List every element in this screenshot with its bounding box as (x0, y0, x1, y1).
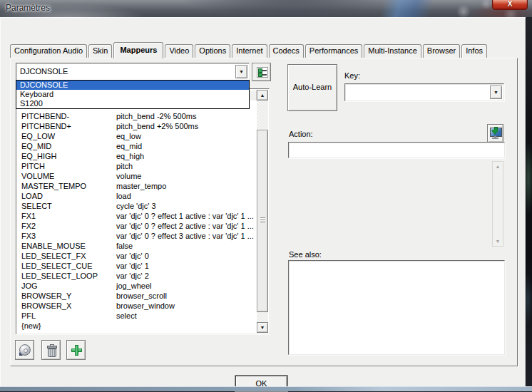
tab-options[interactable]: Options (195, 44, 230, 58)
mapping-key: LED_SELECT_LOOP (21, 271, 98, 281)
mapping-key: SELECT (21, 201, 52, 211)
close-button[interactable]: X (492, 0, 528, 10)
mapping-key: PFL (21, 311, 36, 321)
mapping-row[interactable]: BROWSER_X browser_window (17, 301, 257, 311)
tab-video[interactable]: Video (165, 44, 193, 58)
mapping-action: browser_scroll (116, 291, 255, 301)
mapping-key: EQ_LOW (21, 131, 55, 141)
mapping-row[interactable]: PITCHBEND- pitch_bend -2% 500ms (17, 111, 257, 121)
mapping-key: PITCHBEND- (21, 111, 69, 121)
device-select-popup: DJCONSOLE Keyboard S1200 (16, 80, 250, 109)
window-title: Paramètres (6, 3, 50, 13)
mapping-row[interactable]: FX2 var 'djc' 0 ? effect 2 active : var … (17, 221, 257, 231)
mapping-action: pitch (116, 161, 255, 171)
mapping-key: ENABLE_MOUSE (21, 241, 86, 251)
device-option-s1200[interactable]: S1200 (16, 99, 249, 108)
screen: Paramètres X Configuration Audio Skin Ma… (0, 0, 532, 392)
mapping-key: EQ_MID (21, 141, 51, 151)
mapping-key: LED_SELECT_CUE (21, 261, 93, 271)
scroll-up-button[interactable]: ▲ (257, 90, 268, 100)
mappings-list: PITCHBEND- pitch_bend -2% 500ms PITCHBEN… (16, 88, 270, 334)
parameters-dialog: Configuration Audio Skin Mappeurs Video … (0, 17, 526, 386)
mapping-row[interactable]: LED_SELECT_CUE var 'djc' 1 (17, 261, 257, 271)
chevron-down-icon: ▼ (236, 66, 247, 78)
mapping-row[interactable]: FX1 var 'djc' 0 ? effect 1 active : var … (17, 211, 257, 221)
mapping-row[interactable]: LED_SELECT_LOOP var 'djc' 2 (17, 271, 257, 281)
mapping-action: var 'djc' 0 (116, 251, 255, 261)
tab-strip: Configuration Audio Skin Mappeurs Video … (10, 44, 487, 58)
mapping-action: false (116, 241, 255, 251)
mapping-row[interactable]: ENABLE_MOUSE false (17, 241, 257, 251)
scrollbar-thumb[interactable] (257, 130, 268, 312)
tab-configuration-audio[interactable]: Configuration Audio (10, 44, 87, 58)
mapping-row[interactable]: EQ_LOW eq_low (17, 131, 257, 141)
mapping-row[interactable]: LOAD load (17, 191, 257, 201)
mapping-key: PITCH (21, 161, 45, 171)
tab-skin[interactable]: Skin (88, 44, 112, 58)
mapping-action: select (116, 311, 255, 321)
mapping-action: eq_mid (116, 141, 255, 151)
device-select-value: DJCONSOLE (20, 63, 68, 80)
mapping-key: LOAD (21, 191, 43, 201)
mapping-action: volume (116, 171, 255, 181)
tab-multi-instance[interactable]: Multi-Instance (364, 44, 421, 58)
scrollbar-grip-icon (260, 217, 265, 222)
mapping-action: load (116, 191, 255, 201)
mapping-key: BROWSER_Y (21, 291, 71, 301)
mapping-row[interactable]: EQ_MID eq_mid (17, 141, 257, 151)
mapping-key: EQ_HIGH (21, 151, 57, 161)
tab-performances[interactable]: Performances (305, 44, 362, 58)
mapping-action: pitch_bend -2% 500ms (116, 111, 255, 121)
tab-mappeurs[interactable]: Mappeurs (113, 42, 163, 58)
mapping-row[interactable]: SELECT cycle 'djc' 3 (17, 201, 257, 211)
tab-codecs[interactable]: Codecs (269, 44, 304, 58)
mapping-row[interactable]: BROWSER_Y browser_scroll (17, 291, 257, 301)
device-option-djconsole[interactable]: DJCONSOLE (16, 81, 249, 90)
mapping-action: browser_window (116, 301, 255, 311)
mapping-key: FX3 (21, 231, 36, 241)
bottom-window-edge (0, 386, 532, 391)
mapping-action: var 'djc' 1 (116, 261, 255, 271)
mapping-row[interactable]: EQ_HIGH eq_high (17, 151, 257, 161)
mapping-key: PITCHBEND+ (21, 121, 71, 131)
mapping-action: var 'djc' 0 ? effect 3 active : var 'djc… (116, 231, 255, 241)
device-select[interactable]: DJCONSOLE ▼ (16, 63, 250, 81)
mapping-action: jog_wheel (116, 281, 255, 291)
scroll-down-button[interactable]: ▼ (257, 322, 268, 333)
mappings-list-content: PITCHBEND- pitch_bend -2% 500ms PITCHBEN… (17, 100, 257, 333)
mapping-row[interactable]: JOG jog_wheel (17, 281, 257, 291)
mapping-row[interactable]: FX3 var 'djc' 0 ? effect 3 active : var … (17, 231, 257, 241)
mapping-action: eq_low (116, 131, 255, 141)
mapping-action: var 'djc' 2 (116, 271, 255, 281)
mapping-key: FX2 (21, 221, 36, 231)
tab-infos[interactable]: Infos (461, 44, 487, 58)
mapping-row[interactable]: MASTER_TEMPO master_tempo (17, 181, 257, 191)
titlebar[interactable]: Paramètres X (0, 0, 532, 17)
tab-browser[interactable]: Browser (423, 44, 460, 58)
mapping-action: cycle 'djc' 3 (116, 201, 255, 211)
scroll-up-icon: ▲ (257, 91, 267, 100)
mappings-scrollbar[interactable]: ▲ ▼ (257, 90, 268, 333)
mapping-row[interactable]: VOLUME volume (17, 171, 257, 181)
mapping-key: JOG (21, 281, 38, 291)
mapping-key: MASTER_TEMPO (21, 181, 86, 191)
mapping-key: LED_SELECT_FX (21, 251, 86, 261)
mapping-row[interactable]: PITCHBEND+ pitch_bend +2% 500ms (17, 121, 257, 131)
mapping-action: eq_high (116, 151, 255, 161)
mapping-action: master_tempo (116, 181, 255, 191)
mapping-key: {new} (21, 321, 41, 331)
tab-internet[interactable]: Internet (232, 44, 267, 58)
mapping-row[interactable]: {new} (17, 321, 257, 331)
mapping-action: var 'djc' 0 ? effect 1 active : var 'djc… (116, 211, 255, 221)
mapping-row[interactable]: PITCH pitch (17, 161, 257, 171)
mapping-row[interactable]: LED_SELECT_FX var 'djc' 0 (17, 251, 257, 261)
mapping-row[interactable]: PFL select (17, 311, 257, 321)
scroll-down-icon: ▼ (257, 323, 267, 332)
mapping-action: var 'djc' 0 ? effect 2 active : var 'djc… (116, 221, 255, 231)
mapping-action: pitch_bend +2% 500ms (116, 121, 255, 131)
mapping-key: FX1 (21, 211, 36, 221)
mapping-key: BROWSER_X (21, 301, 71, 311)
device-option-keyboard[interactable]: Keyboard (16, 90, 249, 99)
device-select-dropdown-button[interactable]: ▼ (235, 65, 247, 78)
mapping-key: VOLUME (21, 171, 54, 181)
